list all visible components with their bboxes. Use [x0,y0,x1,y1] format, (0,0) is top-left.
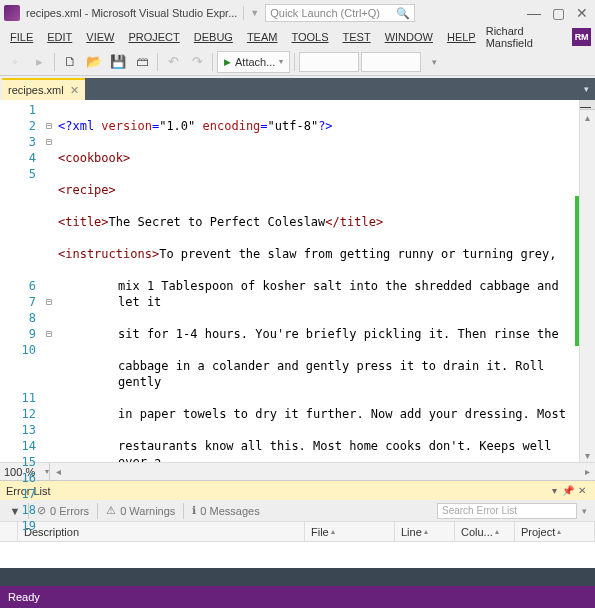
error-list-columns[interactable]: Description File▴ Line▴ Colu...▴ Project… [0,522,595,542]
attach-label: Attach... [235,56,275,68]
vertical-scrollbar[interactable]: — ▴ ▾ [579,100,595,462]
separator [243,6,244,20]
undo-button[interactable]: ↶ [162,51,184,73]
nav-back-button[interactable]: ◦ [4,51,26,73]
menu-window[interactable]: WINDOW [379,29,439,45]
signed-in-user[interactable]: Richard Mansfield [486,25,571,49]
window-title: recipes.xml - Microsoft Visual Studio Ex… [26,7,237,19]
scroll-up-icon[interactable]: ▴ [580,110,595,124]
search-icon: 🔍 [396,7,410,20]
change-indicator [575,196,579,346]
open-file-button[interactable]: 📂 [83,51,105,73]
tab-well [85,78,577,100]
new-project-button[interactable]: 🗋 [59,51,81,73]
search-dropdown-icon[interactable]: ▾ [577,506,591,516]
document-tab-label: recipes.xml [8,84,64,96]
window-position-icon[interactable]: ▾ [547,485,561,496]
error-list-title: Error List [6,485,547,497]
errors-filter[interactable]: ⊘0 Errors [31,504,95,517]
menu-file[interactable]: FILE [4,29,39,45]
code-editor[interactable]: 12345 678910 111213141516171819 ⊟⊟ ⊟ ⊟ <… [0,100,595,462]
info-icon: ℹ [192,504,196,517]
line-number-gutter: 12345 678910 111213141516171819 [0,100,42,462]
nav-fwd-button[interactable]: ▸ [28,51,50,73]
separator [54,53,55,71]
user-badge[interactable]: RM [572,28,591,46]
chevron-down-icon: ▾ [279,57,283,66]
vs-logo-icon [4,5,20,21]
code-area[interactable]: <?xml version="1.0" encoding="utf-8"?> <… [56,100,579,462]
separator [294,53,295,71]
close-panel-icon[interactable]: ✕ [575,485,589,496]
menu-team[interactable]: TEAM [241,29,284,45]
scroll-down-icon[interactable]: ▾ [580,448,595,462]
pin-icon[interactable]: 📌 [561,485,575,496]
warning-icon: ⚠ [106,504,116,517]
menu-project[interactable]: PROJECT [122,29,185,45]
menu-tools[interactable]: TOOLS [285,29,334,45]
quick-launch-input[interactable]: Quick Launch (Ctrl+Q) 🔍 [265,4,415,22]
minimize-button[interactable]: — [525,5,543,21]
scroll-right-icon[interactable]: ▸ [579,466,595,477]
menu-help[interactable]: HELP [441,29,482,45]
maximize-button[interactable]: ▢ [549,5,567,21]
toolbar-overflow[interactable]: ▾ [423,51,445,73]
save-all-button[interactable]: 🗃 [131,51,153,73]
menu-debug[interactable]: DEBUG [188,29,239,45]
tab-list-dropdown[interactable]: ▾ [577,78,595,100]
fold-gutter[interactable]: ⊟⊟ ⊟ ⊟ [42,100,56,462]
messages-filter[interactable]: ℹ0 Messages [186,504,265,517]
save-button[interactable]: 💾 [107,51,129,73]
quick-launch-placeholder: Quick Launch (Ctrl+Q) [270,7,380,19]
status-text: Ready [8,591,40,603]
document-tab-recipes[interactable]: recipes.xml ✕ [2,78,85,100]
redo-button[interactable]: ↷ [186,51,208,73]
separator [157,53,158,71]
menu-test[interactable]: TEST [337,29,377,45]
solution-platform-combo[interactable] [361,52,421,72]
status-bar: Ready [0,586,595,608]
solution-config-combo[interactable] [299,52,359,72]
layout-dropdown-icon[interactable]: ▼ [250,8,259,18]
error-search-input[interactable]: Search Error List [437,503,577,519]
menu-edit[interactable]: EDIT [41,29,78,45]
menu-view[interactable]: VIEW [80,29,120,45]
play-icon: ▶ [224,57,231,67]
close-button[interactable]: ✕ [573,5,591,21]
separator [212,53,213,71]
warnings-filter[interactable]: ⚠0 Warnings [100,504,181,517]
divider-bar [0,568,595,586]
attach-button[interactable]: ▶ Attach... ▾ [217,51,290,73]
error-list-body [0,542,595,568]
close-tab-icon[interactable]: ✕ [70,84,79,97]
split-handle[interactable]: — [580,100,595,110]
horizontal-scrollbar[interactable] [66,466,579,478]
